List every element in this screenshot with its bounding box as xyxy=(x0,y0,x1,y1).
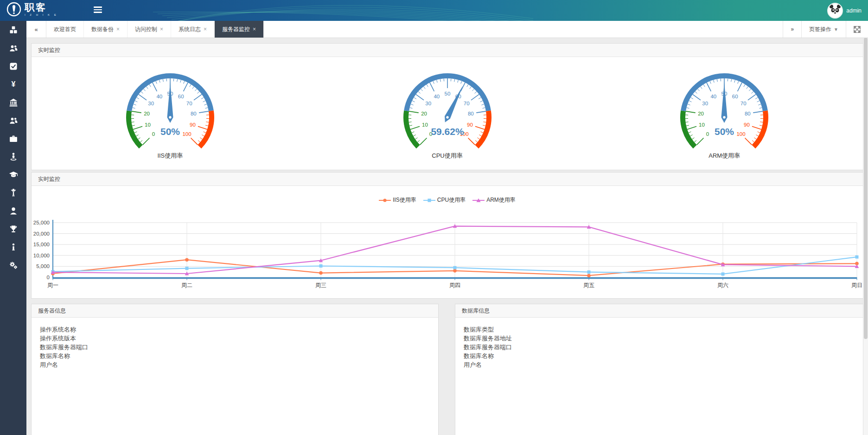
gauge-needle xyxy=(167,82,173,123)
svg-text:30: 30 xyxy=(148,101,154,106)
svg-text:周一: 周一 xyxy=(47,282,58,288)
child-icon xyxy=(9,188,18,198)
database-info-item: 数据库类型 xyxy=(464,325,863,334)
gauge-CPU使用率[interactable]: 0102030405060708090100 59.62%CPU使用率 xyxy=(309,57,586,170)
app-logo[interactable]: 职客 I Z H I K E xyxy=(6,2,58,17)
gauge-value: 59.62% xyxy=(431,126,464,137)
scrollbar-thumb[interactable] xyxy=(864,38,868,339)
svg-text:10: 10 xyxy=(422,122,428,128)
sidebar-item-0[interactable] xyxy=(0,21,26,39)
svg-text:0: 0 xyxy=(47,275,50,280)
svg-text:70: 70 xyxy=(463,101,469,106)
svg-text:60: 60 xyxy=(178,94,184,99)
database-info-item: 数据库服务器端口 xyxy=(464,343,863,352)
server-info-item: 数据库名称 xyxy=(40,352,438,360)
sidebar-item-7[interactable] xyxy=(0,147,26,166)
sidebar-item-5[interactable] xyxy=(0,111,26,129)
sidebar-item-4[interactable] xyxy=(0,93,26,111)
user-box[interactable]: admin xyxy=(827,0,862,21)
gauge-ARM使用率[interactable]: 0102030405060708090100 50%ARM使用率 xyxy=(586,57,863,170)
sidebar-item-6[interactable] xyxy=(0,129,26,147)
database-info-item: 数据库名称 xyxy=(464,352,863,360)
svg-text:90: 90 xyxy=(467,122,473,128)
server-panel-title: 服务器信息 xyxy=(32,304,438,318)
chart-panel-title: 实时监控 xyxy=(32,173,863,186)
database-panel-title: 数据库信息 xyxy=(455,304,863,318)
usage-line-chart[interactable]: 05,00010,00015,00020,00025,000周一周二周三周四周五… xyxy=(32,208,862,296)
svg-text:周五: 周五 xyxy=(583,282,594,288)
username: admin xyxy=(846,7,862,14)
legend-item-ARM使用率[interactable]: ARM使用率 xyxy=(472,196,516,204)
logo-title: 职客 xyxy=(25,2,58,12)
realtime-chart-panel: 实时监控 IIS使用率CPU使用率ARM使用率 05,00010,00015,0… xyxy=(31,172,863,299)
tabs-scroll-right-button[interactable]: » xyxy=(783,21,801,38)
svg-text:0: 0 xyxy=(152,131,155,137)
svg-text:70: 70 xyxy=(186,101,192,106)
gauge-title: ARM使用率 xyxy=(586,152,863,160)
svg-text:周二: 周二 xyxy=(181,282,192,288)
legend-marker-icon xyxy=(423,198,435,203)
sidebar-item-1[interactable] xyxy=(0,39,26,57)
sidebar-item-9[interactable] xyxy=(0,184,26,202)
svg-text:100: 100 xyxy=(737,131,746,137)
tab-服务器监控[interactable]: 服务器监控× xyxy=(215,21,264,38)
check-square-icon xyxy=(9,62,18,71)
tab-数据备份[interactable]: 数据备份× xyxy=(84,21,128,38)
sidebar-item-3[interactable]: ¥ xyxy=(0,75,26,93)
avatar[interactable] xyxy=(827,3,843,19)
svg-text:80: 80 xyxy=(745,111,751,116)
svg-text:40: 40 xyxy=(434,94,440,99)
gauge-title: IIS使用率 xyxy=(32,152,309,160)
tabbar-right-controls: » 页签操作 ▼ xyxy=(783,21,868,38)
sidebar-item-12[interactable] xyxy=(0,238,26,256)
vertical-scrollbar[interactable] xyxy=(863,38,868,435)
svg-text:周三: 周三 xyxy=(315,282,326,288)
tab-close-icon[interactable]: × xyxy=(204,26,207,32)
svg-text:5,000: 5,000 xyxy=(36,263,50,269)
tab-label: 系统日志 xyxy=(179,26,201,33)
hamburger-menu-icon[interactable] xyxy=(94,6,102,14)
svg-text:90: 90 xyxy=(190,122,196,128)
sidebar: ¥ xyxy=(0,21,26,435)
sidebar-item-13[interactable] xyxy=(0,256,26,274)
svg-text:15,000: 15,000 xyxy=(33,242,50,247)
sidebar-item-2[interactable] xyxy=(0,57,26,75)
legend-item-CPU使用率[interactable]: CPU使用率 xyxy=(423,196,466,204)
tab-label: 访问控制 xyxy=(135,26,157,33)
sidebar-item-11[interactable] xyxy=(0,220,26,238)
panda-avatar-icon xyxy=(828,4,842,18)
tab-close-icon[interactable]: × xyxy=(160,26,163,32)
svg-text:70: 70 xyxy=(740,101,747,106)
server-info-item: 操作系统版本 xyxy=(40,334,438,343)
tab-访问控制[interactable]: 访问控制× xyxy=(128,21,171,38)
tab-operations-label: 页签操作 xyxy=(809,26,831,33)
bank-icon xyxy=(9,98,18,107)
sidebar-item-8[interactable] xyxy=(0,166,26,184)
svg-text:30: 30 xyxy=(425,101,431,106)
tab-close-icon[interactable]: × xyxy=(253,26,256,32)
tab-operations-dropdown[interactable]: 页签操作 ▼ xyxy=(801,21,846,38)
legend-label: CPU使用率 xyxy=(437,196,466,204)
gauge-value: 50% xyxy=(160,126,180,137)
database-info-list: 数据库类型数据库服务器地址数据库服务器端口数据库名称用户名 xyxy=(455,318,863,369)
legend-marker-icon xyxy=(379,198,391,203)
legend-item-IIS使用率[interactable]: IIS使用率 xyxy=(379,196,416,204)
svg-text:20: 20 xyxy=(144,111,150,116)
gauge-IIS使用率[interactable]: 0102030405060708090100 50%IIS使用率 xyxy=(32,57,309,170)
tab-欢迎首页[interactable]: 欢迎首页 xyxy=(46,21,84,38)
gauge-needle xyxy=(721,82,728,123)
svg-text:50: 50 xyxy=(444,91,450,96)
svg-text:周四: 周四 xyxy=(449,282,460,288)
chart-legend: IIS使用率CPU使用率ARM使用率 xyxy=(32,196,863,204)
legend-label: IIS使用率 xyxy=(393,196,416,204)
tabs-scroll-left-button[interactable]: « xyxy=(26,21,46,38)
tab-系统日志[interactable]: 系统日志× xyxy=(171,21,215,38)
tab-close-icon[interactable]: × xyxy=(116,26,120,32)
server-info-panel: 服务器信息 操作系统名称操作系统版本数据库服务器端口数据库名称用户名 xyxy=(31,304,439,435)
sidebar-item-10[interactable] xyxy=(0,202,26,220)
svg-text:0: 0 xyxy=(706,131,709,137)
user-icon xyxy=(9,206,18,216)
fullscreen-button[interactable] xyxy=(846,21,868,38)
top-header: 职客 I Z H I K E admin xyxy=(0,0,868,21)
svg-text:¥: ¥ xyxy=(11,80,15,88)
